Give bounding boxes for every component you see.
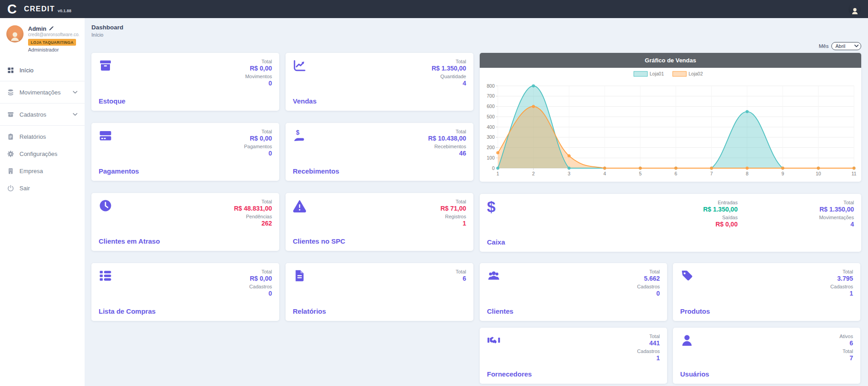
pencil-icon[interactable] [48, 26, 53, 31]
sidebar-item-label: Empresa [19, 168, 43, 174]
svg-text:1: 1 [496, 171, 499, 176]
tag-icon [680, 269, 694, 284]
stat-label: Entradas [718, 200, 738, 205]
card-usuarios[interactable]: Usuários Ativos 6 Total 7 [673, 328, 860, 384]
card-pagamentos[interactable]: Pagamentos Total R$ 0,00 Pagamentos 0 [91, 123, 279, 181]
stat-label: Recebimentos [434, 144, 466, 149]
file-lines-icon [293, 269, 306, 284]
svg-text:400: 400 [486, 124, 495, 130]
sidebar-item-movimentacoes[interactable]: Movimentações [0, 84, 85, 101]
user-icon [680, 334, 694, 349]
sidebar-item-inicio[interactable]: Início [0, 61, 85, 79]
stat-label: Total [456, 199, 466, 204]
card-title: Usuários [680, 370, 709, 378]
sidebar-avatar[interactable] [6, 25, 24, 42]
stat-value: R$ 0,00 [715, 221, 738, 228]
clock-icon [99, 199, 112, 214]
card-relatorios[interactable]: Relatórios Total 6 [286, 263, 473, 321]
card-title: Produtos [680, 307, 710, 315]
card-title: Estoque [99, 97, 125, 105]
card-title: Fornecedores [487, 370, 532, 378]
card-title: Clientes [487, 307, 513, 315]
page-subtitle: Início [91, 32, 861, 38]
user-avatar-icon [9, 30, 21, 42]
card-fornecedores[interactable]: Fornecedores Total 441 Cadastros 1 [480, 328, 667, 384]
svg-text:9: 9 [782, 171, 784, 176]
svg-text:4: 4 [603, 171, 606, 176]
svg-text:100: 100 [486, 155, 495, 160]
stat-value: R$ 1.350,00 [703, 206, 738, 213]
card-title: Vendas [293, 97, 317, 105]
card-estoque[interactable]: Estoque Total R$ 0,00 Movimentos 0 [91, 53, 279, 111]
handshake-icon [487, 334, 501, 349]
card-vendas[interactable]: Vendas Total R$ 1.350,00 Quantidade 4 [286, 53, 473, 111]
stat-label: Total [843, 348, 853, 354]
stat-label: Cadastros [637, 284, 660, 289]
card-title: Recebimentos [293, 167, 339, 175]
sales-chart: 01002003004005006007008001234567891011Lo… [480, 68, 861, 182]
stat-value: 4 [463, 80, 466, 87]
stat-value: 0 [656, 290, 660, 297]
stat-label: Total [844, 200, 854, 205]
svg-text:Loja01: Loja01 [650, 71, 664, 76]
svg-text:700: 700 [486, 93, 495, 99]
stat-label: Cadastros [830, 284, 853, 289]
stat-label: Total [262, 199, 272, 204]
card-clientes[interactable]: Clientes Total 5.662 Cadastros 0 [480, 263, 667, 321]
stat-label: Total [649, 269, 660, 274]
stat-label: Total [649, 334, 660, 339]
building-icon [7, 168, 14, 174]
svg-text:600: 600 [486, 104, 495, 109]
page-title: Dashboard [91, 24, 861, 31]
users-icon [487, 269, 501, 284]
stat-label: Movimentos [245, 74, 272, 79]
sidebar-item-relatorios[interactable]: Relatórios [0, 128, 85, 145]
svg-text:10: 10 [816, 171, 821, 176]
grid-icon [7, 67, 14, 74]
svg-text:5: 5 [639, 171, 642, 176]
card-produtos[interactable]: Produtos Total 3.795 Cadastros 1 [673, 263, 860, 321]
card-clientes-no-spc[interactable]: Clientes no SPC Total R$ 71,00 Registros… [286, 193, 473, 251]
stat-value: 0 [268, 290, 272, 297]
svg-text:800: 800 [486, 83, 495, 89]
card-clientes-em-atraso[interactable]: Clientes em Atraso Total R$ 48.831,00 Pe… [91, 193, 279, 251]
svg-text:8: 8 [746, 171, 749, 176]
stat-label: Total [262, 269, 272, 274]
user-email: credit@anronsoftware.co... [28, 32, 79, 37]
dollar-icon: $ [487, 200, 496, 214]
summary-cards-right: Clientes Total 5.662 Cadastros 0 [480, 263, 861, 384]
box-icon [99, 59, 112, 74]
app-version: v0.1.88 [58, 9, 72, 13]
sidebar-item-sair[interactable]: Sair [0, 179, 85, 197]
stat-value: 441 [649, 339, 660, 347]
svg-text:7: 7 [710, 171, 713, 176]
svg-text:11: 11 [852, 171, 857, 176]
card-title: Lista de Compras [99, 307, 156, 315]
menu-divider [0, 103, 85, 104]
stat-value: 0 [268, 150, 272, 157]
topbar-avatar[interactable] [849, 3, 861, 15]
svg-text:3: 3 [568, 171, 570, 176]
card-caixa[interactable]: $ Caixa Entradas R$ 1.350,00 Saídas R$ 0… [480, 194, 861, 252]
svg-text:$: $ [296, 129, 300, 136]
stat-value: R$ 10.438,00 [428, 135, 466, 142]
svg-text:500: 500 [486, 114, 495, 119]
app-window: C CREDIT v0.1.88 Admin credit@anronsoftw… [0, 0, 868, 386]
right-column: Gráfico de Vendas 0100200300400500600700… [480, 53, 861, 384]
card-title: Relatórios [293, 307, 326, 315]
stat-label: Total [456, 129, 466, 134]
stat-value: 3.795 [837, 275, 853, 282]
stat-value: 7 [849, 354, 853, 362]
sidebar-item-configuracoes[interactable]: Configurações [0, 145, 85, 162]
list-icon [99, 269, 112, 284]
menu-divider [0, 81, 85, 81]
card-lista-de-compras[interactable]: Lista de Compras Total R$ 0,00 Cadastros… [91, 263, 279, 321]
month-select[interactable]: Abril [831, 42, 861, 50]
card-recebimentos[interactable]: $ Recebimentos Total R$ 10.438,00 Recebi… [286, 123, 473, 181]
sidebar-item-cadastros[interactable]: Cadastros [0, 106, 85, 123]
stat-label: Quantidade [440, 74, 466, 79]
stat-value: R$ 71,00 [440, 205, 466, 212]
stat-label: Total [456, 269, 466, 274]
sidebar-item-label: Movimentações [19, 89, 61, 96]
sidebar-item-empresa[interactable]: Empresa [0, 162, 85, 179]
